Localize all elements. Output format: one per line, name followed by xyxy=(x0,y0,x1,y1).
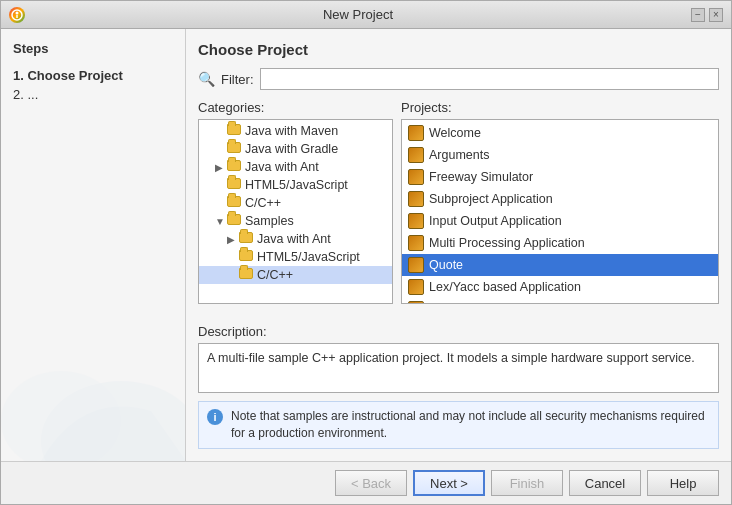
project-item-fractal[interactable]: Fractal xyxy=(402,298,718,304)
app-icon xyxy=(9,7,25,23)
sidebar: Steps 1. Choose Project 2. ... xyxy=(1,29,186,461)
category-label: Java with Ant xyxy=(245,160,319,174)
projects-label: Projects: xyxy=(401,100,719,115)
folder-icon xyxy=(227,142,241,156)
back-button[interactable]: < Back xyxy=(335,470,407,496)
project-icon xyxy=(408,257,424,273)
project-label: Freeway Simulator xyxy=(429,170,533,184)
svg-point-1 xyxy=(16,11,19,14)
project-icon xyxy=(408,235,424,251)
expand-arrow: ▼ xyxy=(215,216,227,227)
category-label: Java with Maven xyxy=(245,124,338,138)
description-section: Description: A multi-file sample C++ app… xyxy=(198,324,719,393)
categories-panel: Categories: Java with MavenJava with Gra… xyxy=(198,100,393,316)
category-item-samples[interactable]: ▼Samples xyxy=(199,212,392,230)
category-item-cpp[interactable]: C/C++ xyxy=(199,194,392,212)
info-icon: i xyxy=(207,409,223,425)
categories-list: Java with MavenJava with Gradle▶Java wit… xyxy=(198,119,393,304)
categories-label: Categories: xyxy=(198,100,393,115)
category-item-samples-java-ant[interactable]: ▶Java with Ant xyxy=(199,230,392,248)
folder-icon xyxy=(227,160,241,174)
projects-list: WelcomeArgumentsFreeway SimulatorSubproj… xyxy=(401,119,719,304)
project-label: Fractal xyxy=(429,302,467,304)
project-icon xyxy=(408,279,424,295)
folder-icon xyxy=(227,214,241,228)
folder-icon xyxy=(239,268,253,282)
project-label: Welcome xyxy=(429,126,481,140)
category-label: Java with Ant xyxy=(257,232,331,246)
project-label: Quote xyxy=(429,258,463,272)
folder-icon xyxy=(227,178,241,192)
project-label: Subproject Application xyxy=(429,192,553,206)
project-icon xyxy=(408,125,424,141)
project-item-input-output[interactable]: Input Output Application xyxy=(402,210,718,232)
bottom-bar: < Back Next > Finish Cancel Help xyxy=(1,461,731,504)
sidebar-decoration xyxy=(1,311,186,461)
project-icon xyxy=(408,191,424,207)
category-label: Samples xyxy=(245,214,294,228)
category-label: C/C++ xyxy=(245,196,281,210)
project-item-quote[interactable]: Quote xyxy=(402,254,718,276)
project-item-lex-yacc[interactable]: Lex/Yacc based Application xyxy=(402,276,718,298)
category-label: HTML5/JavaScript xyxy=(245,178,348,192)
description-text: A multi-file sample C++ application proj… xyxy=(198,343,719,393)
project-icon xyxy=(408,147,424,163)
description-label: Description: xyxy=(198,324,719,339)
sidebar-title: Steps xyxy=(13,41,173,56)
folder-icon xyxy=(239,250,253,264)
category-item-java-ant[interactable]: ▶Java with Ant xyxy=(199,158,392,176)
category-label: HTML5/JavaScript xyxy=(257,250,360,264)
step-2: 2. ... xyxy=(13,85,173,104)
step-2-number: 2. xyxy=(13,87,24,102)
folder-icon xyxy=(227,124,241,138)
project-item-welcome[interactable]: Welcome xyxy=(402,122,718,144)
project-icon xyxy=(408,301,424,304)
project-label: Multi Processing Application xyxy=(429,236,585,250)
filter-label: Filter: xyxy=(221,72,254,87)
step-1: 1. Choose Project xyxy=(13,66,173,85)
project-item-subproject[interactable]: Subproject Application xyxy=(402,188,718,210)
help-button[interactable]: Help xyxy=(647,470,719,496)
close-button[interactable]: × xyxy=(709,8,723,22)
window-title: New Project xyxy=(25,7,691,22)
step-1-number: 1. xyxy=(13,68,24,83)
category-item-java-maven[interactable]: Java with Maven xyxy=(199,122,392,140)
category-label: C/C++ xyxy=(257,268,293,282)
expand-arrow: ▶ xyxy=(215,162,227,173)
project-label: Arguments xyxy=(429,148,489,162)
note-box: i Note that samples are instructional an… xyxy=(198,401,719,449)
minimize-button[interactable]: − xyxy=(691,8,705,22)
next-button[interactable]: Next > xyxy=(413,470,485,496)
category-item-samples-html5[interactable]: HTML5/JavaScript xyxy=(199,248,392,266)
panels: Categories: Java with MavenJava with Gra… xyxy=(198,100,719,316)
category-item-java-gradle[interactable]: Java with Gradle xyxy=(199,140,392,158)
category-item-samples-cpp[interactable]: C/C++ xyxy=(199,266,392,284)
project-icon xyxy=(408,169,424,185)
project-label: Lex/Yacc based Application xyxy=(429,280,581,294)
step-1-label: Choose Project xyxy=(27,68,122,83)
main-content: Choose Project 🔍 Filter: Categories: Jav… xyxy=(186,29,731,461)
note-text: Note that samples are instructional and … xyxy=(231,408,710,442)
new-project-window: New Project − × Steps 1. Choose Project … xyxy=(0,0,732,505)
project-label: Input Output Application xyxy=(429,214,562,228)
project-item-freeway-sim[interactable]: Freeway Simulator xyxy=(402,166,718,188)
project-icon xyxy=(408,213,424,229)
category-item-html5-js[interactable]: HTML5/JavaScript xyxy=(199,176,392,194)
title-bar: New Project − × xyxy=(1,1,731,29)
folder-icon xyxy=(227,196,241,210)
filter-input[interactable] xyxy=(260,68,720,90)
projects-panel: Projects: WelcomeArgumentsFreeway Simula… xyxy=(401,100,719,316)
cancel-button[interactable]: Cancel xyxy=(569,470,641,496)
filter-row: 🔍 Filter: xyxy=(198,68,719,90)
page-title: Choose Project xyxy=(198,41,719,58)
content-area: Steps 1. Choose Project 2. ... Choose Pr xyxy=(1,29,731,461)
steps-list: 1. Choose Project 2. ... xyxy=(13,66,173,104)
step-2-label: ... xyxy=(27,87,38,102)
category-label: Java with Gradle xyxy=(245,142,338,156)
project-item-multi-processing[interactable]: Multi Processing Application xyxy=(402,232,718,254)
project-item-arguments[interactable]: Arguments xyxy=(402,144,718,166)
finish-button[interactable]: Finish xyxy=(491,470,563,496)
folder-icon xyxy=(239,232,253,246)
search-icon: 🔍 xyxy=(198,71,215,87)
window-controls: − × xyxy=(691,8,723,22)
